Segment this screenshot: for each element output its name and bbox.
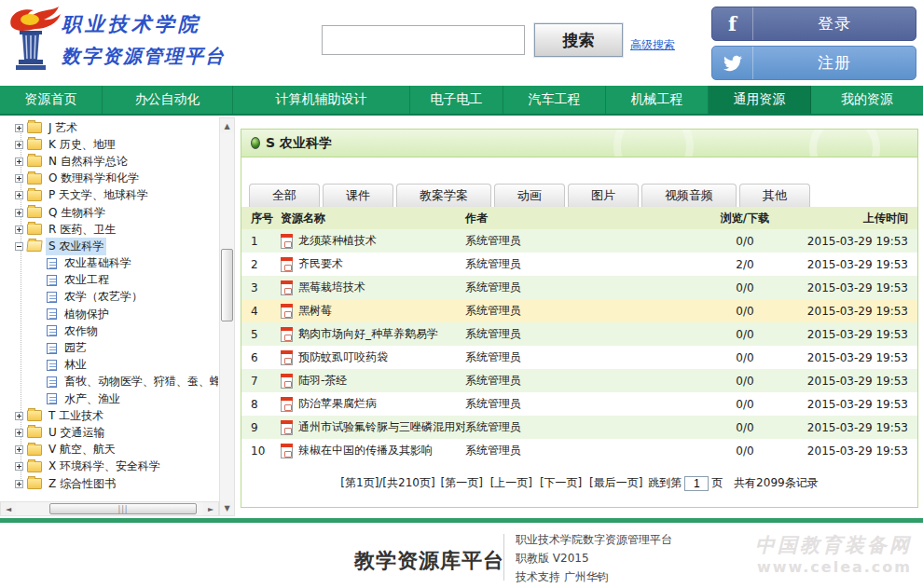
plus-icon[interactable] xyxy=(15,480,23,488)
sidebar-item-label: P 天文学、地球科学 xyxy=(46,186,151,204)
table-row[interactable]: 3 黑莓栽培技术 系统管理员 0/0 2015-03-29 19:53 xyxy=(241,276,917,299)
nav-item-my-resources[interactable]: 我的资源 xyxy=(811,86,923,114)
sidebar-subitem[interactable]: 农业工程 xyxy=(0,272,218,289)
advanced-search-link[interactable]: 高级搜索 xyxy=(630,37,675,53)
sidebar-item[interactable]: V 航空、航天 xyxy=(0,442,218,458)
sidebar-item-label: V 航空、航天 xyxy=(46,441,118,458)
resource-link[interactable]: 预防蚊虱叮咬药袋 xyxy=(298,349,388,365)
last-page-link[interactable]: [最后一页] xyxy=(589,476,642,489)
nav-item-automotive[interactable]: 汽车工程 xyxy=(503,86,606,114)
table-row-highlighted[interactable]: 4 黑树莓 系统管理员 0/0 2015-03-29 19:53 xyxy=(241,299,917,322)
sidebar-item-label: J 艺术 xyxy=(46,119,80,137)
resource-link[interactable]: 通州市试验氟铃脲与三唑磷混用对稻 xyxy=(298,419,465,435)
login-button[interactable]: f 登录 xyxy=(711,7,916,41)
sidebar-subitem[interactable]: 水产、渔业 xyxy=(0,390,218,407)
sidebar-subitem[interactable]: 林业 xyxy=(0,357,218,374)
first-page-link[interactable]: [第一页] xyxy=(440,476,482,489)
resource-link[interactable]: 陆羽-茶经 xyxy=(298,373,347,389)
sidebar-item-selected[interactable]: S 农业科学 xyxy=(0,238,218,254)
vertical-scroll-thumb[interactable] xyxy=(221,249,233,321)
nav-item-mechanical[interactable]: 机械工程 xyxy=(606,86,709,114)
sidebar-item[interactable]: X 环境科学、安全科学 xyxy=(0,458,218,475)
table-row[interactable]: 5 鹅肉市场向好_种草养鹅易学 系统管理员 0/0 2015-03-29 19:… xyxy=(241,322,917,346)
nav-item-home[interactable]: 资源首页 xyxy=(0,86,103,114)
pagination: [第1页]/[共210页] [第一页] [上一页] [下一页] [最后一页] 跳… xyxy=(241,475,917,491)
plus-icon[interactable] xyxy=(15,412,23,420)
table-row[interactable]: 7 陆羽-茶经 系统管理员 0/0 2015-03-29 19:53 xyxy=(241,369,917,392)
plus-icon[interactable] xyxy=(15,226,23,234)
tab-animation[interactable]: 动画 xyxy=(494,184,565,207)
green-orb-icon xyxy=(251,137,260,149)
plus-icon[interactable] xyxy=(15,174,23,183)
plus-icon[interactable] xyxy=(15,141,23,149)
resource-link[interactable]: 黑树莓 xyxy=(298,303,332,319)
sidebar-subitem[interactable]: 农学（农艺学） xyxy=(0,289,218,306)
resource-type-tabs: 全部 课件 教案学案 动画 图片 视频音频 其他 xyxy=(249,184,917,207)
sidebar-item[interactable]: O 数理科学和化学 xyxy=(0,171,218,187)
resource-link[interactable]: 鹅肉市场向好_种草养鹅易学 xyxy=(298,326,438,342)
resource-link[interactable]: 辣椒在中国的传播及其影响 xyxy=(298,443,433,458)
table-row[interactable]: 1 龙须菜种植技术 系统管理员 0/0 2015-03-29 19:53 xyxy=(241,229,917,253)
minus-icon[interactable] xyxy=(15,242,23,251)
prev-page-link[interactable]: [上一页] xyxy=(490,476,532,489)
horizontal-scrollbar[interactable]: ◄ ► xyxy=(0,501,219,516)
table-row[interactable]: 6 预防蚊虱叮咬药袋 系统管理员 0/0 2015-03-29 19:53 xyxy=(241,346,917,369)
plus-icon[interactable] xyxy=(15,462,23,471)
sidebar-item[interactable]: U 交通运输 xyxy=(0,424,218,441)
resource-link[interactable]: 龙须菜种植技术 xyxy=(298,233,377,249)
sidebar-subitem[interactable]: 农业基础科学 xyxy=(0,255,218,272)
plus-icon[interactable] xyxy=(15,429,23,437)
tab-images[interactable]: 图片 xyxy=(568,184,639,207)
doc-icon xyxy=(47,360,57,371)
plus-icon[interactable] xyxy=(15,191,23,199)
table-row[interactable]: 2 齐民要术 系统管理员 2/0 2015-03-29 19:53 xyxy=(241,253,917,276)
plus-icon[interactable] xyxy=(15,157,23,166)
tab-courseware[interactable]: 课件 xyxy=(323,184,393,207)
scroll-left-arrow[interactable]: ◄ xyxy=(1,502,16,515)
jump-page-input[interactable] xyxy=(684,476,709,491)
next-page-link[interactable]: [下一页] xyxy=(540,476,582,489)
plus-icon[interactable] xyxy=(15,124,23,132)
tab-all[interactable]: 全部 xyxy=(249,184,320,207)
row-time: 2015-03-29 19:53 xyxy=(782,351,908,364)
horizontal-scroll-thumb[interactable] xyxy=(49,503,197,514)
vertical-scrollbar[interactable]: ▲ ▼ xyxy=(219,117,235,516)
resource-link[interactable]: 防治苹果腐烂病 xyxy=(298,396,377,412)
sidebar-item[interactable]: Q 生物科学 xyxy=(0,204,218,221)
sidebar-subitem[interactable]: 畜牧、动物医学、狩猎、蚕、蜂 xyxy=(0,374,218,390)
plus-icon[interactable] xyxy=(15,445,23,454)
nav-item-cad[interactable]: 计算机辅助设计 xyxy=(233,86,410,114)
sidebar-item[interactable]: J 艺术 xyxy=(0,119,218,136)
scroll-right-arrow[interactable]: ► xyxy=(203,502,218,515)
nav-item-electronics[interactable]: 电子电工 xyxy=(410,86,503,114)
sidebar-subitem[interactable]: 植物保护 xyxy=(0,306,218,322)
table-row[interactable]: 9 通州市试验氟铃脲与三唑磷混用对稻 系统管理员 0/0 2015-03-29 … xyxy=(241,416,917,439)
pdf-icon xyxy=(281,280,293,295)
table-row[interactable]: 10 辣椒在中国的传播及其影响 系统管理员 0/0 2015-03-29 19:… xyxy=(241,439,917,462)
sidebar-item-label: R 医药、卫生 xyxy=(46,221,118,239)
table-row[interactable]: 8 防治苹果腐烂病 系统管理员 0/0 2015-03-29 19:53 xyxy=(241,392,917,416)
sidebar-subitem[interactable]: 园艺 xyxy=(0,339,218,356)
plus-icon[interactable] xyxy=(15,209,23,217)
resource-link[interactable]: 齐民要术 xyxy=(298,256,343,272)
sidebar-item[interactable]: Z 综合性图书 xyxy=(0,475,218,492)
header: 职业技术学院 数字资源管理平台 搜索 高级搜索 f 登录 注册 xyxy=(0,0,923,86)
tab-lesson-plans[interactable]: 教案学案 xyxy=(396,184,491,207)
search-button[interactable]: 搜索 xyxy=(534,23,623,57)
tab-audio-video[interactable]: 视频音频 xyxy=(641,184,737,207)
sidebar-item[interactable]: P 天文学、地球科学 xyxy=(0,187,218,204)
search-input[interactable] xyxy=(322,25,525,55)
resource-link[interactable]: 黑莓栽培技术 xyxy=(298,280,365,295)
sidebar-subitem[interactable]: 农作物 xyxy=(0,322,218,339)
sidebar-item[interactable]: K 历史、地理 xyxy=(0,136,218,153)
nav-item-general-resources[interactable]: 通用资源 xyxy=(709,86,811,114)
sidebar-item[interactable]: R 医药、卫生 xyxy=(0,221,218,238)
nav-item-office-automation[interactable]: 办公自动化 xyxy=(103,86,233,114)
row-num: 10 xyxy=(251,444,281,458)
scroll-up-arrow[interactable]: ▲ xyxy=(220,118,234,133)
sidebar-item[interactable]: N 自然科学总论 xyxy=(0,153,218,170)
sidebar-item[interactable]: T 工业技术 xyxy=(0,407,218,424)
scroll-down-arrow[interactable]: ▼ xyxy=(220,500,234,515)
tab-other[interactable]: 其他 xyxy=(739,184,810,207)
register-button[interactable]: 注册 xyxy=(711,46,916,80)
